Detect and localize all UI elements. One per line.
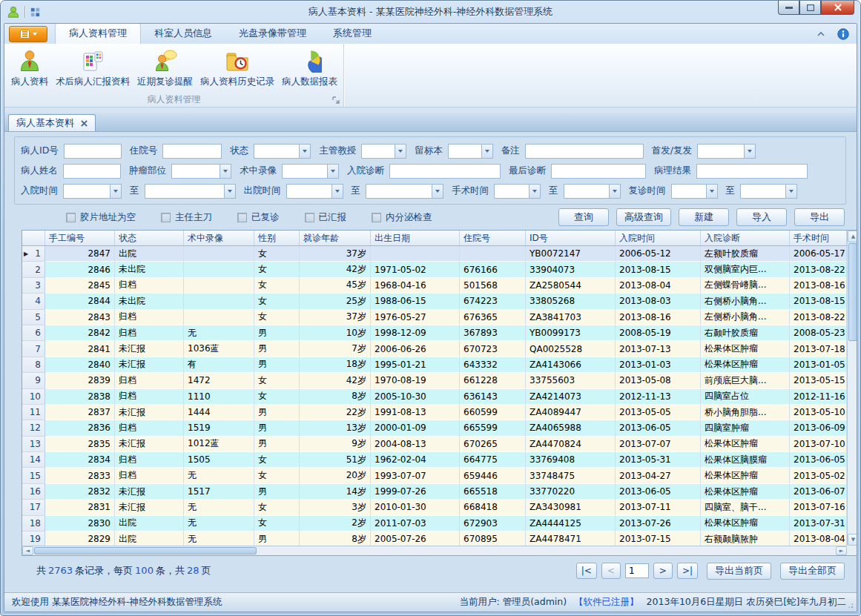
table-cell[interactable]: 松果体区肿瘤 bbox=[701, 484, 790, 500]
table-cell[interactable]: 676365 bbox=[460, 310, 526, 325]
ribbon-button[interactable]: 术后病人汇报资料 bbox=[52, 46, 133, 90]
table-cell[interactable]: 2013-07-16 bbox=[790, 500, 847, 515]
action-button[interactable]: 新建 bbox=[679, 208, 729, 226]
table-cell[interactable] bbox=[184, 310, 254, 325]
chevron-down-icon[interactable] bbox=[481, 145, 492, 158]
table-cell[interactable]: 665599 bbox=[460, 420, 526, 436]
filter-combobox[interactable] bbox=[697, 144, 756, 159]
table-cell[interactable]: 8岁 bbox=[300, 531, 371, 546]
table-cell[interactable]: 9岁 bbox=[300, 437, 371, 452]
table-cell[interactable]: 女 bbox=[254, 516, 300, 531]
table-cell[interactable]: 3岁 bbox=[300, 500, 371, 515]
table-row[interactable]: 32845归档女45岁1968-04-16501568ZA25805442013… bbox=[22, 278, 847, 294]
last-page-button[interactable]: >| bbox=[677, 563, 698, 579]
table-cell[interactable]: 2006-05-17 bbox=[790, 246, 847, 262]
table-cell[interactable]: 左额叶胶质瘤 bbox=[701, 246, 790, 262]
table-cell[interactable]: 无 bbox=[184, 325, 254, 341]
table-cell[interactable]: 1970-08-19 bbox=[371, 373, 460, 388]
table-cell[interactable]: 归档 bbox=[115, 452, 184, 468]
table-cell[interactable]: 501568 bbox=[460, 278, 526, 294]
export-current-page-button[interactable]: 导出当前页 bbox=[707, 563, 771, 580]
chevron-down-icon[interactable] bbox=[785, 185, 796, 198]
filter-combobox[interactable] bbox=[671, 184, 718, 199]
table-cell[interactable]: 归档 bbox=[115, 325, 184, 341]
table-cell[interactable]: 2011-07-03 bbox=[371, 516, 460, 531]
scroll-down-icon[interactable]: ▼ bbox=[848, 534, 857, 546]
table-cell[interactable]: 2013-06-07 bbox=[790, 484, 847, 500]
table-cell[interactable]: 2013-04-27 bbox=[616, 468, 701, 483]
table-cell[interactable]: 636143 bbox=[460, 389, 526, 405]
table-cell[interactable]: 2847 bbox=[45, 246, 115, 262]
table-cell[interactable]: 672903 bbox=[460, 516, 526, 531]
table-cell[interactable]: 2013-07-11 bbox=[616, 500, 701, 515]
table-cell[interactable]: 1472 bbox=[184, 373, 254, 388]
table-cell[interactable]: 女 bbox=[254, 468, 300, 483]
table-cell[interactable]: 14岁 bbox=[300, 484, 371, 500]
filter-checkbox[interactable]: 已汇报 bbox=[305, 211, 347, 224]
table-cell[interactable]: 2013-07-18 bbox=[790, 341, 847, 357]
table-cell[interactable]: 2005-10-30 bbox=[371, 389, 460, 405]
table-cell[interactable]: 10岁 bbox=[300, 325, 371, 341]
table-cell[interactable]: 男 bbox=[254, 437, 300, 452]
table-cell[interactable] bbox=[184, 246, 254, 262]
table-cell[interactable]: 2013-06-05 bbox=[616, 484, 701, 500]
table-cell[interactable]: 归档 bbox=[115, 420, 184, 436]
chevron-down-icon[interactable] bbox=[744, 145, 755, 158]
table-cell[interactable]: 2013-08-04 bbox=[616, 278, 701, 294]
table-cell[interactable]: 出院 bbox=[115, 246, 184, 262]
table-row[interactable]: ▶12847出院女37岁YB00721472006-05-12左额叶胶质瘤200… bbox=[22, 246, 847, 262]
next-page-button[interactable]: > bbox=[653, 563, 673, 579]
table-cell[interactable]: 1976-05-27 bbox=[371, 310, 460, 325]
export-all-pages-button[interactable]: 导出全部页 bbox=[780, 563, 845, 580]
table-cell[interactable]: 2008-05-19 bbox=[616, 325, 701, 341]
table-cell[interactable]: 右颞叶胶质瘤 bbox=[701, 325, 790, 341]
minimize-button[interactable] bbox=[778, 1, 799, 15]
table-cell[interactable]: 2013-08-03 bbox=[616, 294, 701, 309]
table-cell[interactable]: 659446 bbox=[460, 468, 526, 483]
table-cell[interactable] bbox=[184, 262, 254, 277]
table-row[interactable]: 192829出院无男8岁2005-07-26670895ZA4478471201… bbox=[22, 531, 847, 546]
table-row[interactable]: 162832未汇报1517男14岁1999-07-266655183377022… bbox=[22, 484, 847, 500]
ribbon-tab[interactable]: 系统管理 bbox=[320, 24, 385, 44]
table-cell[interactable]: 2013-08-16 bbox=[790, 278, 847, 294]
table-row[interactable]: 82840未汇报有男18岁1995-01-21643332ZA414306620… bbox=[22, 357, 847, 373]
table-cell[interactable]: ZA4444125 bbox=[526, 516, 616, 531]
table-cell[interactable] bbox=[371, 246, 460, 262]
application-menu-button[interactable] bbox=[9, 26, 47, 42]
table-cell[interactable]: 1971-05-02 bbox=[371, 262, 460, 277]
table-cell[interactable]: 男 bbox=[254, 405, 300, 420]
close-button[interactable] bbox=[821, 1, 854, 15]
table-cell[interactable]: 右额颞脑脓肿 bbox=[701, 531, 790, 546]
filter-input[interactable] bbox=[551, 164, 646, 179]
column-header[interactable]: 住院号 bbox=[460, 231, 526, 245]
column-header[interactable]: ID号 bbox=[526, 231, 616, 245]
table-cell[interactable]: 1519 bbox=[184, 420, 254, 436]
maximize-button[interactable] bbox=[799, 1, 821, 15]
scroll-up-icon[interactable]: ▲ bbox=[848, 231, 857, 242]
table-row[interactable]: 42844未出院女25岁1988-06-15674223338052682013… bbox=[22, 294, 847, 309]
table-cell[interactable]: 无 bbox=[184, 516, 254, 531]
table-cell[interactable]: ZA4143066 bbox=[526, 357, 616, 373]
action-button[interactable]: 导入 bbox=[736, 208, 787, 226]
table-cell[interactable]: 367893 bbox=[460, 325, 526, 341]
table-row[interactable]: 22846未出院女42岁1971-05-02676166339040732013… bbox=[22, 262, 847, 277]
table-cell[interactable]: 女 bbox=[254, 262, 300, 277]
table-cell[interactable]: 男 bbox=[254, 325, 300, 341]
table-cell[interactable]: 2831 bbox=[45, 500, 115, 515]
table-row[interactable]: 172831未汇报无女3岁2010-01-30668418ZA343098120… bbox=[22, 500, 847, 515]
table-cell[interactable]: 出院 bbox=[115, 516, 184, 531]
table-cell[interactable]: 男 bbox=[254, 420, 300, 436]
table-cell[interactable]: 665518 bbox=[460, 484, 526, 500]
table-cell[interactable]: 2013-05-05 bbox=[616, 405, 701, 420]
table-row[interactable]: 92839归档1472女42岁1970-08-19661228337556032… bbox=[22, 373, 847, 388]
table-cell[interactable]: 670723 bbox=[460, 341, 526, 357]
table-cell[interactable]: 2835 bbox=[45, 437, 115, 452]
table-row[interactable]: 142834归档1505女51岁1962-02-0466477533769408… bbox=[22, 452, 847, 468]
filter-checkbox[interactable]: 胶片地址为空 bbox=[66, 211, 136, 224]
table-cell[interactable]: 18岁 bbox=[300, 357, 371, 373]
chevron-down-icon[interactable] bbox=[609, 185, 620, 198]
chevron-down-icon[interactable] bbox=[529, 185, 540, 198]
table-cell[interactable]: 7岁 bbox=[300, 341, 371, 357]
table-cell[interactable]: 2842 bbox=[45, 325, 115, 341]
filter-combobox[interactable] bbox=[740, 184, 797, 199]
